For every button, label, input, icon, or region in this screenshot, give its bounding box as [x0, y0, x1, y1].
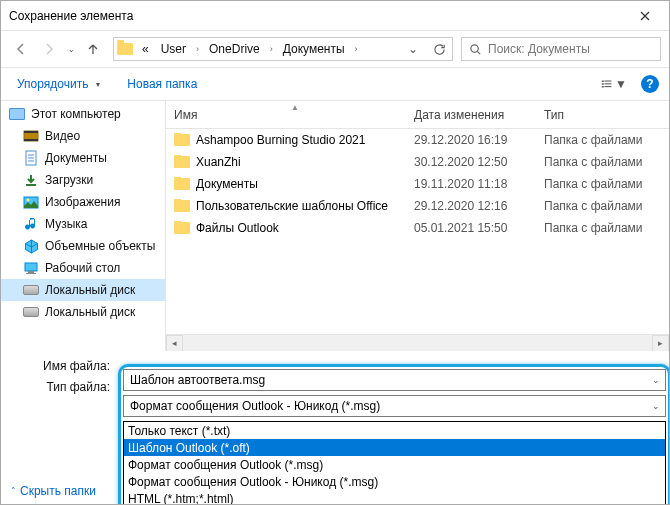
dropdown-option[interactable]: Формат сообщения Outlook - Юникод (*.msg… [124, 473, 665, 490]
crumb-root[interactable]: « [138, 38, 153, 60]
svg-rect-5 [602, 86, 604, 87]
horizontal-scrollbar[interactable]: ◂ ▸ [166, 334, 669, 351]
file-date: 29.12.2020 12:16 [406, 199, 536, 213]
view-options-button[interactable]: ▼ [601, 71, 627, 97]
svg-rect-9 [24, 139, 38, 141]
dropdown-option[interactable]: Формат сообщения Outlook (*.msg) [124, 456, 665, 473]
folder-icon [174, 156, 190, 168]
svg-rect-6 [604, 86, 611, 87]
crumb-documents[interactable]: Документы [279, 38, 349, 60]
close-button[interactable] [622, 1, 667, 30]
hide-folders-toggle[interactable]: ˄ Скрыть папки [11, 484, 96, 498]
filename-label: Имя файла: [13, 359, 118, 373]
file-type: Папка с файлами [536, 133, 669, 147]
search-icon [468, 42, 482, 56]
crumb-user[interactable]: User [157, 38, 190, 60]
tree-item[interactable]: Изображения [1, 191, 165, 213]
tree-item[interactable]: Объемные объекты [1, 235, 165, 257]
scroll-right-button[interactable]: ▸ [652, 335, 669, 352]
hide-folders-label: Скрыть папки [20, 484, 96, 498]
3d-icon [23, 238, 39, 254]
file-list[interactable]: Ashampoo Burning Studio 202129.12.2020 1… [166, 129, 669, 334]
filename-value: Шаблон автоответа.msg [130, 373, 265, 387]
file-type: Папка с файлами [536, 177, 669, 191]
svg-rect-14 [28, 271, 34, 273]
folder-icon [174, 222, 190, 234]
tree-item[interactable]: Загрузки [1, 169, 165, 191]
file-name: Документы [196, 177, 258, 191]
tree-item[interactable]: Этот компьютер [1, 103, 165, 125]
titlebar: Сохранение элемента [1, 1, 669, 31]
chevron-down-icon[interactable]: ⌄ [652, 375, 660, 385]
file-date: 30.12.2020 12:50 [406, 155, 536, 169]
chevron-down-icon[interactable]: ⌄ [652, 401, 660, 411]
down-icon [23, 172, 39, 188]
back-button[interactable] [9, 37, 33, 61]
col-name[interactable]: ▲Имя [166, 108, 406, 122]
toolbar: Упорядочить▼ Новая папка ▼ ? [1, 67, 669, 101]
svg-rect-15 [26, 273, 36, 274]
folder-tree[interactable]: Этот компьютерВидеоДокументыЗагрузкиИзоб… [1, 101, 166, 351]
file-date: 05.01.2021 15:50 [406, 221, 536, 235]
forward-button[interactable] [37, 37, 61, 61]
address-dropdown[interactable]: ⌄ [402, 38, 424, 60]
col-date[interactable]: Дата изменения [406, 108, 536, 122]
tree-item-label: Изображения [45, 195, 120, 209]
desk-icon [23, 260, 39, 276]
history-dropdown[interactable]: ⌄ [65, 37, 77, 61]
svg-rect-8 [24, 131, 38, 133]
dropdown-option[interactable]: Шаблон Outlook (*.oft) [124, 439, 665, 456]
search-input[interactable]: Поиск: Документы [461, 37, 661, 61]
up-button[interactable] [81, 37, 105, 61]
file-row[interactable]: Документы19.11.2020 11:18Папка с файлами [166, 173, 669, 195]
file-row[interactable]: Пользовательские шаблоны Office29.12.202… [166, 195, 669, 217]
sort-asc-icon: ▲ [291, 103, 299, 112]
file-row[interactable]: Файлы Outlook05.01.2021 15:50Папка с фай… [166, 217, 669, 239]
col-type[interactable]: Тип [536, 108, 669, 122]
tree-item[interactable]: Видео [1, 125, 165, 147]
file-type: Папка с файлами [536, 221, 669, 235]
column-headers[interactable]: ▲Имя Дата изменения Тип [166, 101, 669, 129]
new-folder-button[interactable]: Новая папка [121, 73, 203, 95]
crumb-onedrive[interactable]: OneDrive [205, 38, 264, 60]
svg-rect-3 [602, 83, 604, 84]
tree-item[interactable]: Документы [1, 147, 165, 169]
svg-rect-13 [25, 263, 37, 271]
help-button[interactable]: ? [641, 75, 659, 93]
tree-item[interactable]: Рабочий стол [1, 257, 165, 279]
filetype-label: Тип файла: [13, 380, 118, 394]
img-icon [23, 194, 39, 210]
file-type: Папка с файлами [536, 199, 669, 213]
dropdown-option[interactable]: HTML (*.htm;*.html) [124, 490, 665, 505]
svg-rect-2 [604, 81, 611, 82]
filetype-dropdown-list[interactable]: Только текст (*.txt)Шаблон Outlook (*.of… [123, 421, 666, 505]
file-row[interactable]: Ashampoo Burning Studio 202129.12.2020 1… [166, 129, 669, 151]
pc-icon [9, 106, 25, 122]
main-area: Этот компьютерВидеоДокументыЗагрузкиИзоб… [1, 101, 669, 351]
folder-icon [116, 40, 134, 58]
file-type: Папка с файлами [536, 155, 669, 169]
address-bar[interactable]: « User › OneDrive › Документы › ⌄ [113, 37, 453, 61]
chevron-down-icon: ▼ [94, 81, 101, 88]
tree-item-label: Документы [45, 151, 107, 165]
svg-rect-4 [604, 83, 611, 84]
refresh-button[interactable] [428, 38, 450, 60]
tree-item[interactable]: Музыка [1, 213, 165, 235]
tree-item[interactable]: Локальный диск [1, 279, 165, 301]
folder-icon [174, 178, 190, 190]
filetype-value: Формат сообщения Outlook - Юникод (*.msg… [130, 399, 380, 413]
filetype-select[interactable]: Формат сообщения Outlook - Юникод (*.msg… [123, 395, 666, 417]
file-name: Ashampoo Burning Studio 2021 [196, 133, 365, 147]
disk-icon [23, 304, 39, 320]
tree-item-label: Музыка [45, 217, 87, 231]
organize-button[interactable]: Упорядочить▼ [11, 73, 107, 95]
filename-input[interactable]: Шаблон автоответа.msg ⌄ [123, 369, 666, 391]
file-name: XuanZhi [196, 155, 241, 169]
video-icon [23, 128, 39, 144]
scroll-left-button[interactable]: ◂ [166, 335, 183, 352]
dropdown-option[interactable]: Только текст (*.txt) [124, 422, 665, 439]
tree-item[interactable]: Локальный диск [1, 301, 165, 323]
chevron-down-icon: ▼ [615, 77, 627, 91]
doc-icon [23, 150, 39, 166]
file-row[interactable]: XuanZhi30.12.2020 12:50Папка с файлами [166, 151, 669, 173]
